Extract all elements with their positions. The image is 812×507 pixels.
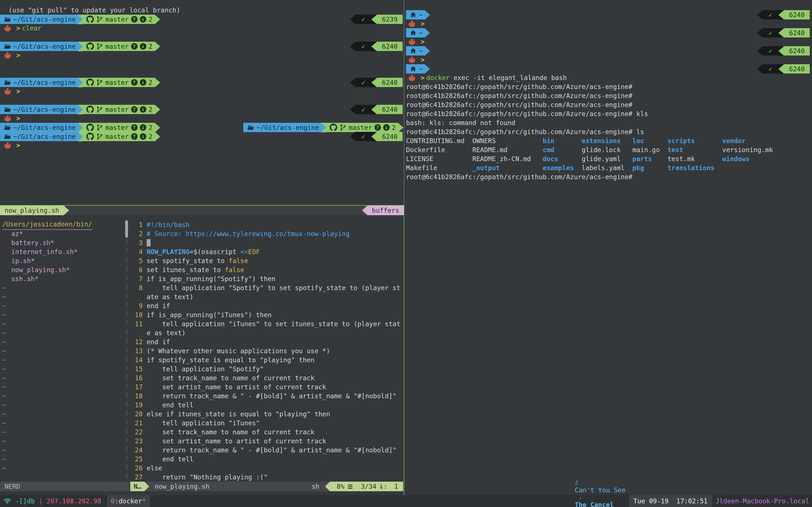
powerline-arrow-icon	[398, 123, 403, 132]
line-number-icon: LN	[380, 484, 382, 489]
code-line: 22 set track_name to name of current tra…	[130, 428, 314, 437]
window-split-divider[interactable]	[126, 239, 127, 483]
code-segment: else if itunes_state is equal to "playin…	[147, 410, 330, 418]
cursor-position: 3/34	[361, 483, 376, 490]
tab-arrow-icon	[64, 206, 69, 215]
powerline-arrow-icon	[424, 64, 430, 74]
tab-now-playing[interactable]: now_playing.sh	[0, 206, 64, 215]
branch-name: master	[105, 106, 129, 113]
exit-code-badge: ✓6240	[757, 64, 810, 73]
code-text	[147, 238, 151, 247]
badge-arrow-icon	[778, 10, 784, 20]
nerdtree-root-path[interactable]: /Users/jessicadeen/bin/	[2, 220, 92, 229]
prompt-path: ~/Git/acs-engine	[13, 43, 76, 50]
statusline-position-segment: 8% 3/34 LN : 1	[330, 482, 403, 491]
exit-code-badge: ✓6240	[350, 42, 403, 51]
statusline-filetype: sh	[312, 482, 325, 491]
code-text: if is_app_running("Spotify") then	[147, 274, 275, 283]
badge-arrow-icon	[371, 78, 377, 87]
powerline-arrow-icon	[155, 132, 160, 142]
buffers-tab[interactable]: buffers	[367, 206, 404, 215]
tree-file-item[interactable]: internet_info.sh*	[11, 247, 78, 256]
nerdtree-status-label: NERD	[4, 483, 20, 490]
prompt-path-segment: ~/Git/acs-engine	[0, 78, 78, 87]
tree-file-item[interactable]: ssh.sh*	[11, 274, 39, 283]
exit-code-badge: ✓6240	[757, 28, 810, 38]
tree-file-item[interactable]: battery.sh*	[11, 238, 54, 247]
clock: Tue 09-19 17:02:51	[629, 495, 712, 507]
line-number: 2	[130, 229, 143, 238]
badge-arrow-icon	[757, 46, 763, 56]
question-circle-icon: ?	[131, 43, 138, 50]
git-prompt-bar: ~/Git/acs-enginemaster?↓2	[0, 123, 160, 132]
folder-icon	[4, 16, 11, 23]
exit-code: 6240	[377, 78, 403, 87]
exit-code-badge: ✓6240	[350, 132, 403, 141]
code-text: set track_name to name of current track	[147, 374, 314, 383]
badge-arrow-icon	[371, 105, 377, 114]
line-number: 15	[130, 364, 143, 374]
code-segment: #!/bin/bash	[147, 221, 190, 228]
shell-pane-top-left[interactable]: (use "git pull" to update your local bra…	[0, 0, 404, 205]
exit-code: 6240	[784, 46, 810, 55]
prompt-chevron-icon: >	[16, 24, 20, 33]
git-prompt-bar: ~/Git/acs-enginemaster?↓2	[0, 105, 160, 114]
code-segment: ate as text)	[147, 293, 193, 300]
rebel-icon	[3, 87, 12, 96]
vim-pane[interactable]: now_playing.sh buffers /Users/jessicadee…	[0, 206, 404, 495]
code-text: else	[147, 464, 162, 473]
code-line: 6set itunes_state to false	[130, 265, 244, 274]
terminal-output-line: root@6c41b2826afc:/gopath/src/github.com…	[406, 82, 632, 91]
branch-name: master	[105, 124, 129, 131]
directory-name: bin	[543, 136, 581, 145]
code-line: 14if spotify_state is equal to "playing"…	[130, 355, 314, 364]
code-segment: end if	[147, 338, 170, 346]
session-name: -[]db	[15, 497, 35, 505]
scrollbar-thumb[interactable]	[125, 220, 128, 238]
code-line: 27 return "Nothing playing :("	[130, 473, 267, 482]
code-segment: set itunes_state to	[147, 266, 225, 274]
code-line: 19 end tell	[130, 400, 193, 409]
directory-name: pkg	[632, 163, 668, 172]
powerline-arrow-icon	[78, 123, 83, 132]
empty-line-tilde: ~	[2, 337, 6, 346]
terminal-output-line: root@6c41b2826afc:/gopath/src/github.com…	[406, 91, 632, 100]
statusline-right-arrow-icon	[325, 482, 330, 491]
tree-file-item[interactable]: now_playing.sh*	[11, 265, 70, 274]
prompt-path-segment: ~/Git/acs-engine	[243, 123, 321, 132]
check-icon: ✓	[356, 105, 371, 114]
tmux-status-bar: -[]db | 207.108.202.98 0 : docker * ♪ Ca…	[0, 495, 812, 507]
code-text: return track_name & " - #[bold]" & artis…	[147, 446, 396, 455]
check-icon: ✓	[763, 46, 778, 55]
code-segment: =$(osascript	[190, 248, 240, 256]
prompt-input-line: >	[408, 19, 426, 28]
code-line: 18 return track_name & " - #[bold]" & ar…	[130, 392, 396, 400]
question-circle-icon: ?	[131, 106, 138, 113]
code-line: 2# Source: https://www.tylerewing.co/tmu…	[130, 229, 350, 238]
terminal-output-line: root@6c41b2826afc:/gopath/src/github.com…	[406, 109, 648, 118]
github-icon	[329, 124, 337, 131]
line-number: 14	[130, 355, 143, 364]
question-circle-icon: ?	[131, 124, 138, 131]
empty-line-tilde: ~	[2, 455, 6, 464]
line-number: 16	[130, 374, 143, 383]
tree-file-item[interactable]: az*	[11, 229, 23, 238]
folder-icon	[4, 106, 11, 113]
badge-arrow-icon	[350, 132, 356, 142]
tree-file-item[interactable]: ip.sh*	[11, 256, 35, 265]
arrow-down-circle-icon: ↓	[383, 124, 390, 131]
window-tab-docker[interactable]: 0 : docker *	[107, 495, 150, 507]
exit-code-badge: ✓6240	[757, 10, 810, 19]
shell-pane-docker[interactable]: ~✓6240>~✓6240>~✓6240>~✓6240>docker exec …	[404, 0, 812, 495]
statusline-arrow-icon	[144, 482, 149, 491]
line-number: 21	[130, 418, 143, 428]
prompt-git-segment: master?↓2	[83, 15, 155, 24]
rebel-icon	[408, 55, 416, 64]
arrow-down-circle-icon: ↓	[140, 43, 146, 50]
empty-line-tilde: ~	[2, 464, 6, 473]
prompt-input-line: >	[3, 87, 22, 96]
now-playing-status: ♪ Can't You See - The Cancel ♥ 100%	[559, 472, 625, 507]
track-artist-dash: -	[575, 494, 587, 501]
rebel-icon	[408, 73, 416, 82]
home-prompt-bar: ~	[406, 28, 430, 38]
